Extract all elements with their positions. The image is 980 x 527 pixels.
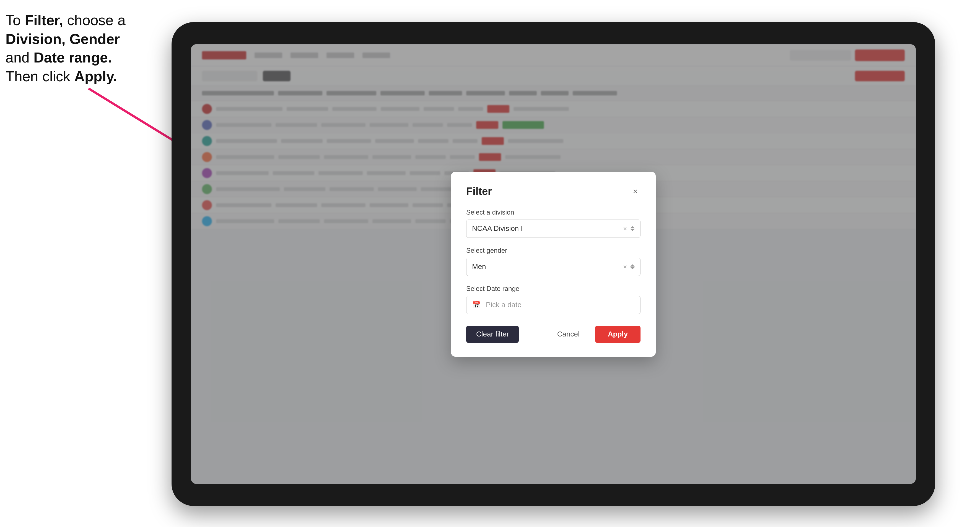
- division-clear-icon[interactable]: ×: [623, 225, 627, 233]
- modal-footer: Clear filter Cancel Apply: [466, 326, 641, 343]
- modal-close-button[interactable]: ×: [630, 186, 641, 197]
- division-label: Select a division: [466, 208, 641, 216]
- cancel-button[interactable]: Cancel: [547, 326, 590, 343]
- instruction-bold1: Filter,: [25, 12, 63, 28]
- tablet-screen: Filter × Select a division NCAA Division…: [191, 44, 916, 484]
- instruction-line1: To: [6, 12, 25, 28]
- division-select-controls: ×: [623, 225, 635, 233]
- gender-clear-icon[interactable]: ×: [623, 263, 627, 271]
- tablet-frame: Filter × Select a division NCAA Division…: [172, 22, 935, 506]
- instruction-line3: and: [6, 49, 33, 65]
- date-range-label: Select Date range: [466, 285, 641, 292]
- division-field: Select a division NCAA Division I ×: [466, 208, 641, 238]
- modal-header: Filter ×: [466, 186, 641, 197]
- modal-footer-right: Cancel Apply: [547, 326, 641, 343]
- instruction-block: To Filter, choose a Division, Gender and…: [6, 11, 166, 86]
- calendar-icon: 📅: [472, 300, 481, 309]
- modal-title: Filter: [466, 186, 492, 197]
- instruction-bold3: Date range.: [33, 49, 112, 65]
- gender-field: Select gender Men ×: [466, 247, 641, 276]
- instruction-bold2: Division, Gender: [6, 31, 120, 47]
- division-arrows-icon: [630, 226, 635, 231]
- gender-arrows-icon: [630, 264, 635, 269]
- instruction-bold4: Apply.: [75, 68, 117, 84]
- division-select[interactable]: NCAA Division I ×: [466, 219, 641, 238]
- date-range-field: Select Date range 📅 Pick a date: [466, 285, 641, 314]
- modal-overlay: Filter × Select a division NCAA Division…: [191, 44, 916, 484]
- division-value: NCAA Division I: [472, 224, 523, 233]
- filter-modal: Filter × Select a division NCAA Division…: [451, 172, 656, 357]
- instruction-line4: Then click: [6, 68, 75, 84]
- apply-button[interactable]: Apply: [595, 326, 641, 343]
- date-placeholder: Pick a date: [486, 300, 522, 309]
- clear-filter-button[interactable]: Clear filter: [466, 326, 519, 343]
- date-range-input[interactable]: 📅 Pick a date: [466, 296, 641, 314]
- instruction-line2: choose a: [63, 12, 126, 28]
- gender-select[interactable]: Men ×: [466, 258, 641, 276]
- gender-select-controls: ×: [623, 263, 635, 271]
- gender-value: Men: [472, 262, 486, 271]
- gender-label: Select gender: [466, 247, 641, 254]
